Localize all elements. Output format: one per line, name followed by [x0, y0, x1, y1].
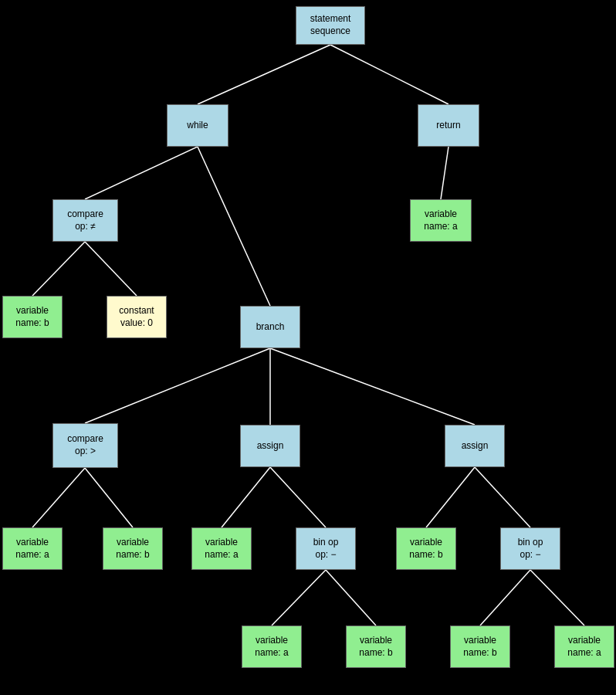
node-variable_b3: variablename: b	[346, 626, 406, 668]
node-variable_b: variablename: b	[2, 296, 63, 338]
node-variable_b2: variablename: b	[396, 527, 456, 570]
svg-line-18	[480, 570, 530, 626]
svg-line-13	[270, 467, 326, 527]
svg-line-5	[32, 242, 85, 296]
svg-line-12	[222, 467, 270, 527]
svg-line-7	[85, 348, 270, 423]
svg-line-16	[272, 570, 326, 626]
node-compare_neq: compareop: ≠	[52, 199, 118, 242]
node-variable_b1: variablename: b	[103, 527, 163, 570]
node-variable_a1: variablename: a	[2, 527, 63, 570]
node-variable_a4: variablename: a	[554, 626, 614, 668]
svg-line-3	[198, 147, 270, 306]
node-constant_0: constantvalue: 0	[107, 296, 167, 338]
node-assign1: assign	[240, 425, 300, 467]
svg-line-2	[85, 147, 198, 199]
svg-line-9	[270, 348, 475, 425]
svg-line-11	[85, 468, 133, 527]
svg-line-10	[32, 468, 85, 527]
svg-line-15	[475, 467, 530, 527]
connection-lines	[0, 0, 616, 695]
svg-line-1	[330, 45, 448, 104]
svg-line-4	[441, 147, 448, 199]
svg-line-14	[426, 467, 475, 527]
node-binop1: bin opop: −	[296, 527, 356, 570]
node-variable_b4: variablename: b	[450, 626, 510, 668]
svg-line-17	[326, 570, 376, 626]
node-while: while	[167, 104, 228, 147]
svg-line-0	[198, 45, 330, 104]
svg-line-19	[530, 570, 584, 626]
svg-line-6	[85, 242, 137, 296]
node-variable_a2: variablename: a	[191, 527, 252, 570]
node-compare_gt: compareop: >	[52, 423, 118, 468]
node-variable_a_top: variablename: a	[410, 199, 472, 242]
node-statement_sequence: statementsequence	[296, 6, 365, 45]
node-assign2: assign	[445, 425, 505, 467]
node-return: return	[418, 104, 479, 147]
node-branch: branch	[240, 306, 300, 348]
node-binop2: bin opop: −	[500, 527, 560, 570]
node-variable_a3: variablename: a	[242, 626, 302, 668]
